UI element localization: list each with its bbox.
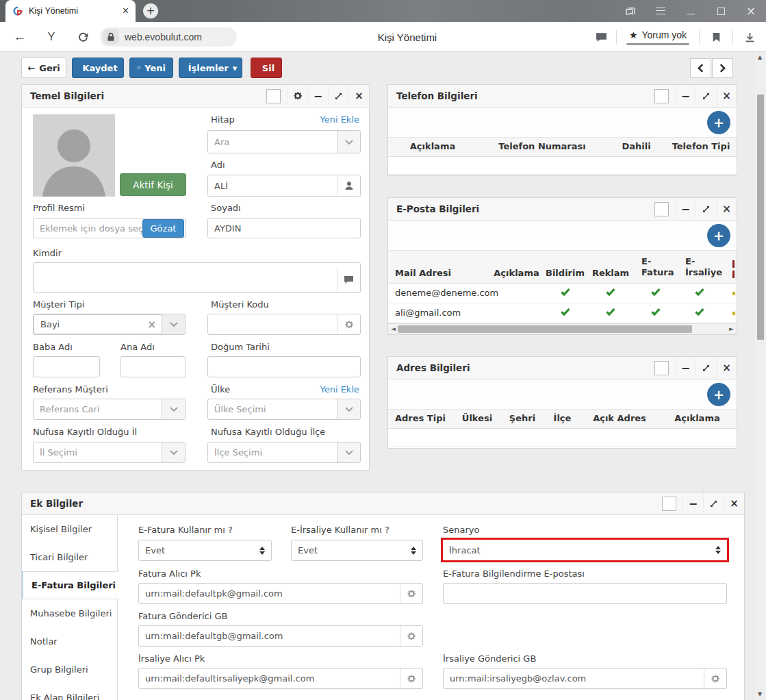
select-spinner-icon[interactable] <box>259 547 265 555</box>
email-table-hscrollbar[interactable]: ◄ ► <box>388 323 737 334</box>
scroll-left-icon[interactable]: ◄ <box>391 325 396 332</box>
tab-ticari-bilgiler[interactable]: Ticari Bilgiler <box>22 543 117 571</box>
tab-notlar[interactable]: Notlar <box>22 627 117 655</box>
scroll-up-icon[interactable]: ▲ <box>758 54 762 60</box>
email-row[interactable]: deneme@deneme.com <box>388 284 737 303</box>
panel-close-icon[interactable]: × <box>716 198 737 221</box>
chevron-down-icon[interactable] <box>162 399 185 419</box>
chevron-down-icon[interactable] <box>337 131 360 153</box>
geri-button[interactable]: ← Geri <box>21 58 66 78</box>
panel-select-checkbox[interactable] <box>654 202 669 216</box>
islemler-button[interactable]: İşlemler ▾ <box>179 58 242 78</box>
bilgilendirme-input[interactable] <box>443 583 727 604</box>
panel-close-icon[interactable]: × <box>724 492 744 515</box>
hitap-select[interactable]: Ara <box>207 130 361 153</box>
clear-x-icon[interactable]: × <box>147 318 156 331</box>
aktif-kisi-button[interactable]: Aktif Kişi <box>120 173 186 196</box>
tab-overview-icon[interactable] <box>625 5 636 16</box>
fatura-gonderici-gb-input[interactable]: urn:mail:defaultgb@gmail.com <box>138 625 423 647</box>
select-spinner-icon[interactable] <box>715 546 721 554</box>
panel-collapse-icon[interactable]: − <box>307 85 328 108</box>
senaryo-select[interactable]: İhracat <box>441 538 729 562</box>
browser-tab[interactable]: Kişi Yönetimi × <box>5 0 136 22</box>
chevron-down-icon[interactable] <box>337 399 360 419</box>
tab-close-icon[interactable]: × <box>123 5 129 16</box>
panel-close-icon[interactable]: × <box>716 85 737 108</box>
tab-muhasebe-bilgileri[interactable]: Muhasebe Bilgileri <box>22 599 117 627</box>
hitap-yeni-ekle-link[interactable]: Yeni Ekle <box>320 114 359 125</box>
ulke-yeni-ekle-link[interactable]: Yeni Ekle <box>320 384 359 395</box>
soyadi-input[interactable]: AYDIN <box>207 218 361 238</box>
browser-menu-icon[interactable] <box>655 5 666 16</box>
panel-expand-icon[interactable] <box>695 198 716 221</box>
sil-button[interactable]: Sil <box>251 58 282 78</box>
gear-icon[interactable] <box>400 584 422 603</box>
musteri-tipi-select[interactable]: Bayi × <box>33 314 186 335</box>
scroll-right-icon[interactable]: ► <box>729 325 734 332</box>
tab-grup-bilgileri[interactable]: Grup Bilgileri <box>22 655 117 684</box>
vscroll-thumb[interactable] <box>757 95 764 340</box>
musteri-kodu-input[interactable] <box>207 314 361 335</box>
panel-select-checkbox[interactable] <box>266 89 281 103</box>
gear-icon[interactable] <box>400 668 422 688</box>
panel-expand-icon[interactable] <box>328 85 348 108</box>
window-minimize-button[interactable] <box>685 5 696 16</box>
ana-adi-input[interactable] <box>120 356 186 377</box>
adi-input[interactable]: ALİ <box>207 175 361 197</box>
kaydet-button[interactable]: Kaydet <box>72 58 124 78</box>
comment-status-button[interactable]: ★ Yorum yok <box>626 29 689 45</box>
comment-icon[interactable] <box>586 32 616 42</box>
gear-icon[interactable] <box>704 668 726 688</box>
ilce-select[interactable]: İlçe Seçimi <box>207 442 361 463</box>
chevron-down-icon[interactable] <box>337 442 360 462</box>
panel-gear-icon[interactable] <box>287 85 307 108</box>
panel-collapse-icon[interactable]: − <box>675 198 695 221</box>
refresh-button[interactable] <box>74 22 92 52</box>
new-tab-button[interactable]: + <box>143 3 158 18</box>
efatura-kullanir-select[interactable]: Evet <box>138 540 272 561</box>
tab-ek-alan-bilgileri[interactable]: Ek Alan Bilgileri <box>22 684 117 700</box>
irsaliye-gonderici-gb-input[interactable]: urn:mail:irsaliyegb@ozlav.com <box>443 668 727 689</box>
scroll-down-icon[interactable]: ▼ <box>758 691 762 697</box>
window-maximize-button[interactable] <box>715 5 726 16</box>
panel-select-checkbox[interactable] <box>654 361 669 375</box>
dogum-tarihi-input[interactable] <box>207 356 361 377</box>
page-vertical-scrollbar[interactable]: ▲ ▼ <box>755 52 766 700</box>
forward-y-icon[interactable]: Y <box>42 22 60 52</box>
referans-musteri-select[interactable]: Referans Cari <box>33 399 186 420</box>
download-icon[interactable] <box>733 32 766 42</box>
panel-expand-icon[interactable] <box>695 357 716 379</box>
fatura-alici-pk-input[interactable]: urn:mail:defaultpk@gmail.com <box>138 583 423 604</box>
add-address-button[interactable]: + <box>707 383 730 406</box>
panel-collapse-icon[interactable]: − <box>675 85 695 108</box>
hscroll-thumb[interactable] <box>398 325 692 333</box>
baba-adi-input[interactable] <box>33 356 100 377</box>
ulke-select[interactable]: Ülke Seçimi <box>207 399 361 420</box>
select-spinner-icon[interactable] <box>411 547 416 555</box>
panel-collapse-icon[interactable]: − <box>682 492 703 515</box>
tab-efatura-bilgileri[interactable]: E-Fatura Bilgileri <box>22 571 118 599</box>
gear-icon[interactable] <box>400 626 422 646</box>
eirsaliye-kullanir-select[interactable]: Evet <box>291 540 423 561</box>
panel-select-checkbox[interactable] <box>662 497 676 511</box>
email-row[interactable]: ali@gmail.com <box>388 303 737 323</box>
next-page-button[interactable] <box>712 58 733 78</box>
panel-collapse-icon[interactable]: − <box>675 357 695 379</box>
kimdir-textarea[interactable] <box>33 262 361 293</box>
prev-page-button[interactable] <box>690 58 711 78</box>
address-bar[interactable]: web.evobulut.com <box>100 27 237 47</box>
yeni-button[interactable]: Yeni <box>129 58 173 78</box>
gear-icon[interactable] <box>337 314 360 334</box>
panel-close-icon[interactable]: × <box>716 357 737 379</box>
il-select[interactable]: İl Seçimi <box>33 442 186 463</box>
tab-kisisel-bilgiler[interactable]: Kişisel Bilgiler <box>22 515 117 543</box>
back-button[interactable]: ← <box>11 22 29 52</box>
irsaliye-alici-pk-input[interactable]: urn:mail:defaultirsaliyepk@gmail.com <box>138 668 423 689</box>
panel-select-checkbox[interactable] <box>654 89 669 103</box>
chevron-down-icon[interactable] <box>162 322 185 327</box>
gozat-button[interactable]: Gözat <box>142 219 184 238</box>
panel-expand-icon[interactable] <box>703 492 724 515</box>
chevron-down-icon[interactable] <box>162 442 185 462</box>
window-close-button[interactable]: × <box>745 5 756 16</box>
bookmark-icon[interactable] <box>700 32 732 42</box>
